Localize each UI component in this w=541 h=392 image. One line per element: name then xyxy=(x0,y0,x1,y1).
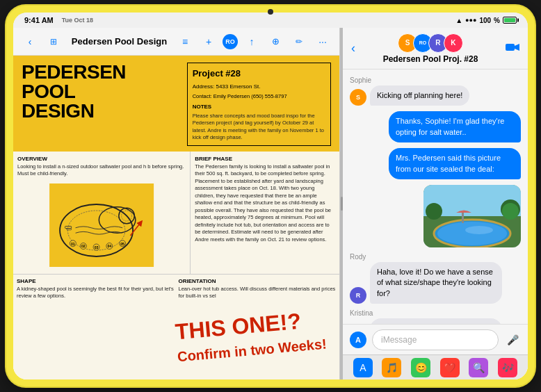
messages-back-button[interactable]: ‹ xyxy=(351,41,355,56)
pool-photo-svg xyxy=(423,185,521,247)
sidebar-icon: ⊞ xyxy=(50,37,57,47)
battery-label: 100 xyxy=(479,17,491,24)
msg-content-5: R Haha, love it! Do we have a sense of w… xyxy=(350,262,502,304)
heart-icon: ❤️ xyxy=(444,362,455,373)
sidebar-toggle-button[interactable]: ⊞ xyxy=(44,32,63,51)
overview-label: Overview xyxy=(17,156,186,162)
doc-project-block: Project #28 Address: 5433 Emerson St. Co… xyxy=(187,63,331,146)
music2-icon-btn[interactable]: 🎶 xyxy=(498,358,517,377)
notes-toolbar: ‹ ⊞ Pedersen Pool Design ≡ + RO xyxy=(13,28,339,56)
project-contact: Contact: Emily Pedersen (650) 555-8797 xyxy=(193,92,325,100)
document-title: Pedersen Pool Design xyxy=(67,36,171,47)
music-icon: 🎵 xyxy=(386,362,398,373)
memoji-icon: 😊 xyxy=(415,362,427,373)
apps-icon: A xyxy=(350,332,366,348)
svg-point-26 xyxy=(502,203,519,220)
notes-section-label: Notes xyxy=(193,103,325,111)
video-icon xyxy=(506,42,519,52)
music-icon-btn[interactable]: 🎵 xyxy=(382,358,401,377)
project-number: Project #28 xyxy=(193,67,325,81)
msg-avatar-5: R xyxy=(350,287,366,304)
msg-content-1: S Kicking off planning here! xyxy=(350,85,469,106)
audio-button[interactable]: 🎤 xyxy=(503,330,522,350)
avatar-kristina: K xyxy=(444,33,463,53)
dots-icon: ··· xyxy=(318,36,327,47)
store-icon: A xyxy=(360,362,366,373)
doc-title-line1: PEDERSEN xyxy=(22,63,181,82)
status-bar: 9:41 AM Tue Oct 18 ▲ ●●● 100% xyxy=(13,13,528,28)
handwritten-overlay: THIS ONE!? Confirm in two Weeks! xyxy=(174,308,327,366)
doc-right-col: Brief Phase The Pedersen family is looki… xyxy=(190,152,339,274)
list-view-button[interactable]: ≡ xyxy=(175,32,195,51)
messages-participants: S RO R K xyxy=(398,33,463,53)
plus-icon: + xyxy=(206,36,211,47)
handwritten-sub: Confirm in two Weeks! xyxy=(177,336,327,365)
pool-image-bubble xyxy=(423,185,521,247)
message-input[interactable]: iMessage xyxy=(372,329,499,350)
heart-icon-btn[interactable]: ❤️ xyxy=(440,358,460,377)
svg-point-24 xyxy=(426,203,442,220)
msg-content-3: Mrs. Pedersen said this picture from our… xyxy=(389,148,521,179)
msg-sender-5: Rody xyxy=(350,253,366,261)
shape-text: A kidney-shaped pool is seemingly the be… xyxy=(17,286,175,300)
pen-icon: ✏ xyxy=(296,37,302,47)
msg-bubble-6: A few photos the family shared as inspo: xyxy=(370,318,502,324)
messages-bottom-dock: A 🎵 😊 ❤️ 🔍 🎶 xyxy=(343,354,528,379)
add-button[interactable]: + xyxy=(199,32,218,51)
messages-toolbar-top: ‹ S RO R K Pedersen Pool Proj. #28 xyxy=(351,33,519,64)
messages-header-center: S RO R K Pedersen Pool Proj. #28 xyxy=(383,33,478,64)
msg-content-2: Thanks, Sophie! I'm glad they're opting … xyxy=(389,111,521,142)
split-view: ‹ ⊞ Pedersen Pool Design ≡ + RO xyxy=(13,28,528,379)
msg-content-6: K A few photos the family shared as insp… xyxy=(350,318,502,324)
project-address: Address: 5433 Emerson St. xyxy=(193,83,325,91)
search-msg-icon: 🔍 xyxy=(473,362,485,373)
battery-icon xyxy=(503,17,517,24)
search-msg-btn[interactable]: 🔍 xyxy=(469,358,488,377)
doc-title-block: PEDERSEN POOL DESIGN xyxy=(22,63,181,146)
msg-sender-1: Sophie xyxy=(350,76,371,84)
orientation-label: Orientation xyxy=(179,278,337,284)
more-button[interactable]: ··· xyxy=(313,32,332,51)
ro-badge: RO xyxy=(223,34,238,49)
message-2: Thanks, Sophie! I'm glad they're opting … xyxy=(350,111,521,142)
message-4-image xyxy=(350,185,521,247)
microphone-icon: 🎤 xyxy=(507,334,519,345)
pool-sketch: 01 02 03 04 05 xyxy=(17,181,186,270)
share-button[interactable]: ↑ xyxy=(242,32,261,51)
doc-title-line2: POOL xyxy=(22,82,181,101)
doc-bottom: Shape A kidney-shaped pool is seemingly … xyxy=(13,274,339,304)
notes-section-text: Please share concepts and mood board ins… xyxy=(193,113,325,142)
messages-toolbar: ‹ S RO R K Pedersen Pool Proj. #28 xyxy=(343,28,528,70)
message-3: Mrs. Pedersen said this picture from our… xyxy=(350,148,521,179)
doc-title-line3: DESIGN xyxy=(22,101,181,121)
messages-input-bar: A iMessage 🎤 xyxy=(343,324,528,354)
message-6: Kristina K A few photos the family share… xyxy=(350,309,521,324)
store-icon-btn[interactable]: A xyxy=(353,358,373,377)
brief-text: The Pedersen family is looking to instal… xyxy=(195,163,335,244)
msg-bubble-3: Mrs. Pedersen said this picture from our… xyxy=(389,148,521,179)
doc-header: PEDERSEN POOL DESIGN Project #28 Address… xyxy=(13,56,339,152)
memoji-icon-btn[interactable]: 😊 xyxy=(411,358,430,377)
annotate-button[interactable]: ✏ xyxy=(289,32,309,51)
doc-body: Overview Looking to install a n-sized ou… xyxy=(13,152,339,274)
msg-avatar-1: S xyxy=(350,89,366,106)
right-panel: ‹ S RO R K Pedersen Pool Proj. #28 xyxy=(343,28,528,379)
pool-svg: 01 02 03 04 05 xyxy=(20,183,183,267)
apps-button[interactable]: A xyxy=(348,330,368,350)
orientation-section: Orientation Lean-over hot tub access. Wi… xyxy=(179,278,337,300)
messages-list: Sophie S Kicking off planning here! Than… xyxy=(343,70,528,324)
status-day: Tue Oct 18 xyxy=(62,17,93,24)
format-button[interactable]: ⊕ xyxy=(266,32,285,51)
svg-rect-28 xyxy=(462,213,464,223)
overview-text: Looking to install a n-sized outdoor sal… xyxy=(17,163,186,178)
video-call-button[interactable] xyxy=(506,41,519,56)
status-time: 9:41 AM xyxy=(24,16,54,24)
orientation-text: Lean-over hot tub access. Will discuss d… xyxy=(179,286,337,300)
svg-text:01: 01 xyxy=(71,241,75,245)
music2-icon: 🎶 xyxy=(502,362,514,373)
back-icon: ‹ xyxy=(29,36,32,47)
msg-bubble-1: Kicking off planning here! xyxy=(370,85,469,106)
svg-text:02: 02 xyxy=(81,244,86,248)
share-icon: ↑ xyxy=(250,36,255,47)
back-button[interactable]: ‹ xyxy=(20,32,40,51)
